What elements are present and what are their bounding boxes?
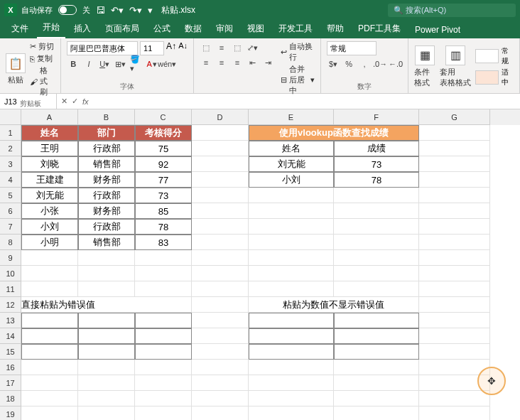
cell-F19[interactable] — [334, 406, 419, 420]
cell-C10[interactable] — [135, 266, 192, 281]
row-header-11[interactable]: 11 — [0, 281, 21, 297]
cell-G5[interactable] — [419, 188, 490, 203]
cell-D2[interactable] — [192, 141, 249, 156]
col-header-C[interactable]: C — [135, 109, 192, 125]
cell-D4[interactable] — [192, 172, 249, 188]
cell-E4[interactable]: 小刘 — [249, 172, 334, 188]
font-name-combo[interactable] — [67, 41, 138, 55]
cell-G13[interactable] — [419, 313, 490, 328]
cell-G4[interactable] — [419, 172, 490, 188]
cell-B3[interactable]: 销售部 — [78, 156, 135, 172]
cell-D13[interactable] — [192, 313, 249, 328]
paste-button[interactable]: 📋 粘贴 — [6, 53, 26, 85]
cell-B15[interactable] — [78, 344, 135, 360]
cell-A5[interactable]: 刘无能 — [21, 188, 78, 203]
cell-G9[interactable] — [419, 250, 490, 266]
row-header-17[interactable]: 17 — [0, 375, 21, 391]
cell-D1[interactable] — [192, 125, 249, 141]
row-header-4[interactable]: 4 — [0, 172, 21, 188]
cell-C5[interactable]: 73 — [135, 188, 192, 203]
undo-icon[interactable]: ↶▾ — [111, 5, 124, 16]
cell-A14[interactable] — [21, 328, 78, 344]
style-good[interactable] — [475, 70, 499, 85]
cell-C13[interactable] — [135, 313, 192, 328]
tab-powerpivot[interactable]: Power Pivot — [409, 21, 466, 38]
tab-view[interactable]: 视图 — [242, 19, 270, 38]
wrap-text-button[interactable]: ↩自动换行 — [281, 41, 315, 63]
tab-data[interactable]: 数据 — [179, 19, 207, 38]
cell-E15[interactable] — [249, 344, 334, 360]
row-header-7[interactable]: 7 — [0, 219, 21, 235]
cell-B1[interactable]: 部门 — [78, 125, 135, 141]
style-normal[interactable] — [475, 49, 499, 63]
cell-B13[interactable] — [78, 313, 135, 328]
cell-E1[interactable]: 使用vlookup函数查找成绩 — [249, 125, 419, 141]
number-format-combo[interactable] — [327, 41, 377, 55]
row-header-13[interactable]: 13 — [0, 313, 21, 328]
decrease-decimal-icon[interactable]: ←.0 — [389, 58, 402, 70]
cell-C11[interactable] — [135, 281, 192, 297]
align-middle-icon[interactable]: ≡ — [215, 41, 228, 54]
cell-G18[interactable] — [419, 391, 490, 406]
cell-C2[interactable]: 75 — [135, 141, 192, 156]
cell-A15[interactable] — [21, 344, 78, 360]
cell-C7[interactable]: 78 — [135, 219, 192, 235]
row-header-19[interactable]: 19 — [0, 406, 21, 420]
cell-D3[interactable] — [192, 156, 249, 172]
cell-B14[interactable] — [78, 328, 135, 344]
tab-review[interactable]: 审阅 — [210, 19, 239, 38]
copy-button[interactable]: ⎘复制 — [30, 53, 55, 64]
border-icon[interactable]: ⊞▾ — [114, 58, 126, 70]
cell-E12[interactable]: 粘贴为数值不显示错误值 — [249, 297, 419, 313]
cell-G11[interactable] — [419, 281, 490, 297]
cell-E16[interactable] — [249, 360, 334, 375]
redo-icon[interactable]: ↷▾ — [129, 5, 142, 16]
tab-help[interactable]: 帮助 — [321, 19, 350, 38]
orientation-icon[interactable]: ⤢▾ — [247, 41, 259, 54]
cell-F11[interactable] — [334, 281, 419, 297]
cell-F4[interactable]: 78 — [334, 172, 419, 188]
formula-input[interactable] — [93, 96, 516, 107]
cell-A18[interactable] — [21, 391, 78, 406]
search-input[interactable]: 🔍 搜索(Alt+Q) — [388, 4, 516, 17]
cell-C3[interactable]: 92 — [135, 156, 192, 172]
cell-B5[interactable]: 行政部 — [78, 188, 135, 203]
enter-icon[interactable]: ✓ — [72, 97, 78, 106]
decrease-font-icon[interactable]: A↓ — [178, 41, 188, 55]
cell-G7[interactable] — [419, 219, 490, 235]
select-all-corner[interactable] — [0, 109, 21, 125]
cell-B6[interactable]: 财务部 — [78, 203, 135, 219]
cell-E14[interactable] — [249, 328, 334, 344]
font-size-combo[interactable] — [140, 41, 164, 55]
cell-F5[interactable] — [334, 188, 419, 203]
row-header-9[interactable]: 9 — [0, 250, 21, 266]
cell-A2[interactable]: 王明 — [21, 141, 78, 156]
cell-F3[interactable]: 73 — [334, 156, 419, 172]
table-format-button[interactable]: ▥ 套用 表格格式 — [440, 45, 471, 88]
cell-G1[interactable] — [419, 125, 490, 141]
align-left-icon[interactable]: ≡ — [200, 56, 212, 69]
cell-B9[interactable] — [78, 250, 135, 266]
cell-F10[interactable] — [334, 266, 419, 281]
tab-formulas[interactable]: 公式 — [148, 19, 176, 38]
cell-C18[interactable] — [135, 391, 192, 406]
cell-B10[interactable] — [78, 266, 135, 281]
cell-B4[interactable]: 财务部 — [78, 172, 135, 188]
cell-D15[interactable] — [192, 344, 249, 360]
col-header-A[interactable]: A — [21, 109, 78, 125]
cell-F13[interactable] — [334, 313, 419, 328]
toggle-icon[interactable] — [58, 5, 77, 15]
cell-C9[interactable] — [135, 250, 192, 266]
col-header-G[interactable]: G — [419, 109, 490, 125]
cell-G2[interactable] — [419, 141, 490, 156]
cell-A7[interactable]: 小刘 — [21, 219, 78, 235]
cell-C17[interactable] — [135, 375, 192, 391]
row-header-16[interactable]: 16 — [0, 360, 21, 375]
cell-A4[interactable]: 王建建 — [21, 172, 78, 188]
cell-C19[interactable] — [135, 406, 192, 420]
cell-D16[interactable] — [192, 360, 249, 375]
col-header-E[interactable]: E — [249, 109, 334, 125]
font-color-icon[interactable]: A▾ — [145, 58, 158, 70]
cell-F2[interactable]: 成绩 — [334, 141, 419, 156]
align-bottom-icon[interactable]: ⬚ — [231, 41, 244, 54]
